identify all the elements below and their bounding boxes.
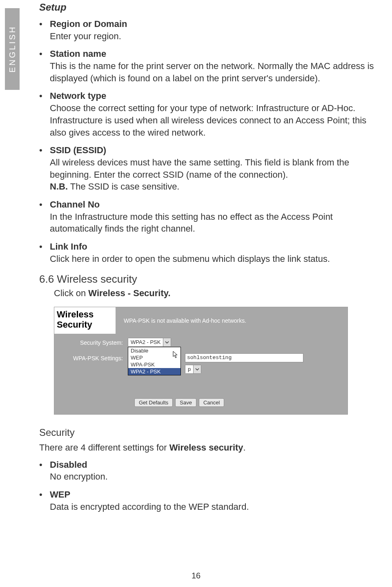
chevron-down-icon xyxy=(163,338,171,346)
security-heading: Security xyxy=(39,427,376,438)
language-tab: ENGLISH xyxy=(5,8,20,90)
ssid-desc-text: All wireless devices must have the same … xyxy=(50,157,349,180)
security-item-wep: WEP Data is encrypted according to the W… xyxy=(50,489,376,513)
setup-item-ssid: SSID (ESSID) All wireless devices must h… xyxy=(50,144,376,193)
security-intro: There are 4 different settings for Wirel… xyxy=(39,442,376,453)
page-content: Setup Region or Domain Enter your region… xyxy=(39,2,376,519)
ss-controls-security: WPA2 - PSK Disable WEP WPA-PSK WPA2 - PS… xyxy=(128,338,341,347)
wpa-text-input[interactable]: sohlsontesting xyxy=(185,353,303,362)
section-6-6-intro: Click on Wireless - Security. xyxy=(54,288,376,299)
setup-item-title: SSID (ESSID) xyxy=(50,144,376,156)
intro-pre: Click on xyxy=(54,288,88,298)
ss-button-row: Get Defaults Save Cancel xyxy=(134,398,341,407)
page-number: 16 xyxy=(0,571,392,580)
ss-row-wpa-settings: WPA-PSK Settings: sohlsontesting xyxy=(61,353,341,362)
cancel-button[interactable]: Cancel xyxy=(199,398,224,407)
setup-item-desc: All wireless devices must have the same … xyxy=(50,156,376,193)
setup-item-desc: Choose the correct setting for your type… xyxy=(50,102,376,138)
setup-item-desc: Click here in order to open the submenu … xyxy=(50,253,376,265)
setup-item-link-info: Link Info Click here in order to open th… xyxy=(50,241,376,265)
setup-item-title: Network type xyxy=(50,90,376,102)
chevron-down-icon xyxy=(194,365,201,373)
setup-heading: Setup xyxy=(39,2,376,13)
security-item-disabled: Disabled No encryption. xyxy=(50,459,376,483)
setup-item-title: Region or Domain xyxy=(50,18,376,30)
setup-item-desc: This is the name for the print server on… xyxy=(50,60,376,84)
intro-bold: Wireless - Security. xyxy=(88,288,170,298)
setup-item-title: Channel No xyxy=(50,199,376,211)
security-item-title: Disabled xyxy=(50,459,376,471)
wpa-small-value: p xyxy=(185,365,194,373)
ssid-nb-label: N.B. xyxy=(50,181,68,192)
setup-item-station-name: Station name This is the name for the pr… xyxy=(50,48,376,84)
language-label: ENGLISH xyxy=(8,25,17,73)
setup-item-network-type: Network type Choose the correct setting … xyxy=(50,90,376,138)
section-6-6-heading: 6.6 Wireless security xyxy=(39,273,376,286)
setup-item-region: Region or Domain Enter your region. xyxy=(50,18,376,42)
ss-label-security: Security System: xyxy=(61,338,128,346)
setup-item-title: Station name xyxy=(50,48,376,60)
cursor-icon xyxy=(173,351,179,361)
security-line-post: . xyxy=(243,442,246,453)
ss-row-security-system: Security System: WPA2 - PSK Disable WEP … xyxy=(61,338,341,347)
setup-list: Region or Domain Enter your region. Stat… xyxy=(39,18,376,265)
dd-item-wpa2-psk[interactable]: WPA2 - PSK xyxy=(128,368,180,375)
ss-header: Wireless Security WPA-PSK is not availab… xyxy=(54,307,347,333)
security-list: Disabled No encryption. WEP Data is encr… xyxy=(39,459,376,513)
security-item-desc: No encryption. xyxy=(50,471,376,483)
setup-item-channel-no: Channel No In the Infrastructure mode th… xyxy=(50,199,376,235)
ss-label-wpa: WPA-PSK Settings: xyxy=(61,353,128,362)
security-line-bold: Wireless security xyxy=(169,442,243,453)
setup-item-title: Link Info xyxy=(50,241,376,253)
save-button[interactable]: Save xyxy=(175,398,196,407)
ss-row-small-select: p xyxy=(61,365,341,374)
ss-title-line2: Security xyxy=(57,320,111,330)
ss-label-empty xyxy=(61,365,128,366)
ss-title-box: Wireless Security xyxy=(54,307,116,333)
security-item-title: WEP xyxy=(50,489,376,501)
setup-item-desc: In the Infrastructure mode this setting … xyxy=(50,211,376,235)
get-defaults-button[interactable]: Get Defaults xyxy=(134,398,173,407)
ss-title-line1: Wireless xyxy=(57,310,111,319)
ss-note-text: WPA-PSK is not available with Ad-hoc net… xyxy=(116,307,347,333)
security-system-select[interactable]: WPA2 - PSK xyxy=(128,338,171,347)
ssid-nb-text: The SSID is case sensitive. xyxy=(68,181,180,192)
security-item-desc: Data is encrypted according to the WEP s… xyxy=(50,501,376,513)
ss-body: Security System: WPA2 - PSK Disable WEP … xyxy=(54,334,347,414)
security-line-pre: There are 4 different settings for xyxy=(39,442,169,453)
wireless-security-screenshot: Wireless Security WPA-PSK is not availab… xyxy=(54,307,348,414)
setup-item-desc: Enter your region. xyxy=(50,30,376,42)
wpa-small-select[interactable]: p xyxy=(185,365,201,374)
security-system-value: WPA2 - PSK xyxy=(128,338,163,346)
dd-item-wpa-psk[interactable]: WPA-PSK xyxy=(128,361,180,368)
